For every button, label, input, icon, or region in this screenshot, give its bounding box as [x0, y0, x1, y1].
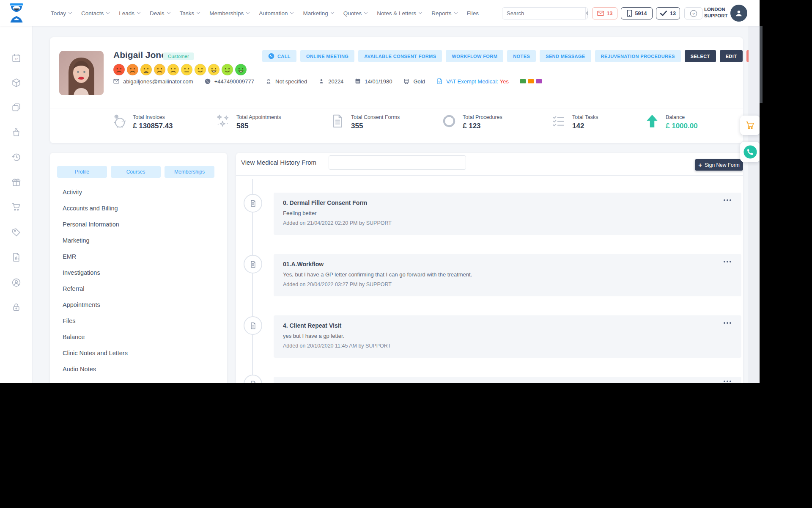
stat-value: £ 1000.00: [666, 122, 698, 130]
user-avatar[interactable]: [730, 5, 747, 22]
main-nav: Today Contacts Leads Deals Tasks Members…: [51, 0, 479, 26]
mood-emoji-5[interactable]: [167, 64, 179, 76]
mood-emoji-9[interactable]: [221, 64, 233, 76]
mood-emoji-8[interactable]: [208, 64, 220, 76]
gift-icon[interactable]: [11, 177, 22, 188]
portrait-image: [59, 51, 104, 95]
lock-icon[interactable]: [11, 302, 22, 312]
online-meeting-button[interactable]: ONLINE MEETING: [300, 50, 354, 62]
search-button[interactable]: [585, 8, 588, 19]
mood-emoji-3[interactable]: [140, 64, 152, 76]
menu-balance[interactable]: Balance: [50, 329, 227, 345]
shopping-cart-icon: [745, 120, 755, 130]
mood-emoji-7[interactable]: [194, 64, 206, 76]
stat-value: 585: [236, 122, 281, 130]
bag-download-icon[interactable]: [11, 127, 22, 138]
mail-notifications-button[interactable]: 13: [592, 7, 617, 19]
mood-emoji-1[interactable]: [113, 64, 125, 76]
vat-value: Yes: [500, 78, 509, 85]
tasks-button[interactable]: 13: [656, 7, 680, 19]
nav-today[interactable]: Today: [51, 10, 71, 17]
menu-audio-notes[interactable]: Audio Notes: [50, 361, 227, 377]
menu-appointments[interactable]: Appointments: [50, 297, 227, 313]
sign-new-form-button[interactable]: + Sign New Form: [695, 159, 743, 171]
nav-files[interactable]: Files: [467, 10, 479, 17]
search-input[interactable]: [502, 8, 585, 19]
menu-dictation[interactable]: Dictation: [50, 377, 227, 383]
price-tag-icon[interactable]: [11, 227, 22, 237]
menu-investigations[interactable]: Investigations: [50, 265, 227, 281]
stat-label: Total Procedures: [463, 114, 502, 120]
report-icon[interactable]: [11, 252, 22, 262]
user-circle-icon[interactable]: [11, 277, 22, 288]
nav-label: Reports: [431, 10, 451, 17]
history-entry: 0. Dermal Filler Consent Form Feeling be…: [274, 193, 741, 235]
medical-history-from-input[interactable]: [329, 155, 466, 170]
edit-button[interactable]: EDIT: [720, 50, 743, 62]
sign-new-form-label: Sign New Form: [705, 162, 740, 168]
nav-reports[interactable]: Reports: [431, 10, 457, 17]
menu-clinic-notes-and-letters[interactable]: Clinic Notes and Letters: [50, 345, 227, 361]
user-location: LONDON: [704, 6, 730, 13]
nav-leads[interactable]: Leads: [119, 10, 140, 17]
stat-total-appointments: Total Appointments585: [215, 113, 281, 130]
nav-notes-letters[interactable]: Notes & Letters: [377, 10, 422, 17]
call-button[interactable]: CALL: [262, 50, 296, 62]
history-entry: 01.A.Workflow Yes, but I have a GP lette…: [274, 254, 741, 296]
top-bar: Today Contacts Leads Deals Tasks Members…: [0, 0, 760, 26]
entry-menu-button[interactable]: [724, 261, 731, 262]
menu-marketing[interactable]: Marketing: [50, 232, 227, 248]
available-consent-forms-button[interactable]: AVAILABLE CONSENT FORMS: [358, 50, 442, 62]
quick-cart-button[interactable]: [740, 116, 760, 135]
menu-emr[interactable]: EMR: [50, 248, 227, 265]
select-button[interactable]: SELECT: [685, 50, 716, 62]
workflow-form-button[interactable]: WORKFLOW FORM: [446, 50, 503, 62]
pabau-logo[interactable]: [8, 3, 25, 25]
history-entry: 4. Client Repeat Visit yes but I have a …: [274, 315, 741, 358]
menu-activity[interactable]: Activity: [50, 184, 227, 200]
nav-tasks[interactable]: Tasks: [180, 10, 200, 17]
gender-detail: Not specified: [265, 78, 307, 85]
entry-menu-button[interactable]: [724, 381, 731, 382]
entry-menu-button[interactable]: [724, 322, 731, 324]
vat-detail: VAT Exempt Medical: Yes: [436, 78, 509, 85]
send-message-button[interactable]: SEND MESSAGE: [540, 50, 591, 62]
window-scrollbar-thumb[interactable]: [760, 26, 763, 103]
mood-rating-row: [113, 64, 247, 76]
copy-icon[interactable]: [11, 102, 22, 113]
menu-personal-information[interactable]: Personal Information: [50, 216, 227, 232]
calendar-icon[interactable]: 12: [11, 53, 22, 64]
person-outline-icon: [265, 78, 272, 85]
mood-emoji-10[interactable]: [235, 64, 247, 76]
rejuvenation-procedures-button[interactable]: REJUVENATION PROCEDURES: [595, 50, 681, 62]
help-button[interactable]: ?: [684, 7, 702, 19]
package-icon[interactable]: [11, 77, 22, 88]
nav-marketing[interactable]: Marketing: [303, 10, 333, 17]
mood-emoji-4[interactable]: [154, 64, 166, 76]
notes-button[interactable]: NOTES: [507, 50, 536, 62]
menu-referral[interactable]: Referral: [50, 281, 227, 297]
quick-call-button[interactable]: [740, 142, 760, 162]
mood-emoji-6[interactable]: [181, 64, 193, 76]
side-rail: 12: [0, 26, 33, 383]
scrollbar-track[interactable]: [749, 26, 760, 383]
nav-deals[interactable]: Deals: [150, 10, 170, 17]
menu-files[interactable]: Files: [50, 313, 227, 329]
nav-automation[interactable]: Automation: [259, 10, 293, 17]
tab-profile[interactable]: Profile: [57, 166, 107, 178]
nav-label: Memberships: [209, 10, 244, 17]
nav-contacts[interactable]: Contacts: [81, 10, 109, 17]
shopping-cart-icon[interactable]: [11, 202, 22, 212]
tab-courses[interactable]: Courses: [111, 166, 161, 178]
menu-accounts-and-billing[interactable]: Accounts and Billing: [50, 200, 227, 216]
tab-memberships[interactable]: Memberships: [165, 166, 214, 178]
tier-value: Gold: [413, 78, 425, 85]
nav-quotes[interactable]: Quotes: [343, 10, 368, 17]
entry-menu-button[interactable]: [724, 199, 731, 201]
mood-emoji-2[interactable]: [126, 64, 139, 76]
checklist-icon: [551, 113, 566, 129]
calls-button[interactable]: 5914: [621, 7, 653, 19]
history-icon[interactable]: [11, 152, 22, 163]
nav-memberships[interactable]: Memberships: [209, 10, 249, 17]
plus-icon: +: [698, 161, 702, 168]
